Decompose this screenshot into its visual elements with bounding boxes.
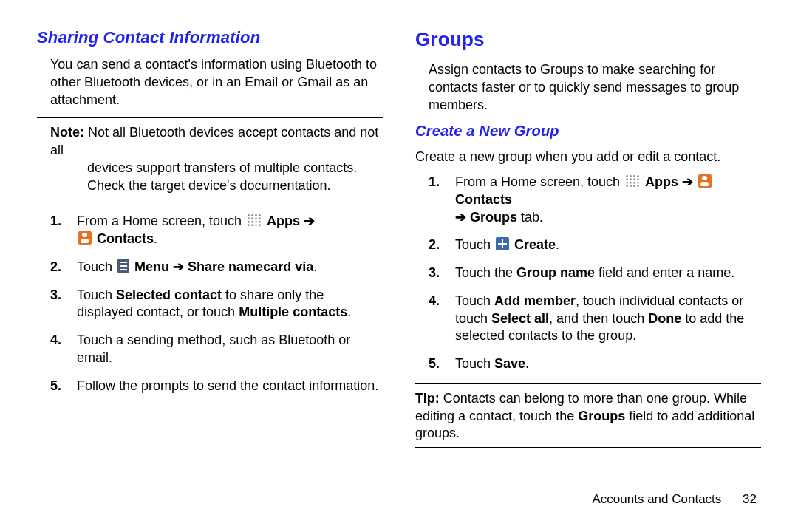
apps-label: Apps [645,174,678,189]
step-text: Touch the [455,265,516,280]
step-text: tab. [517,210,543,225]
step-text: Touch [455,237,494,252]
note-text-line2: devices support transfers of multiple co… [87,160,383,195]
footer-section: Accounts and Contacts [593,492,722,506]
tip-block: Tip: Contacts can belong to more than on… [415,390,761,443]
menu-icon [117,259,129,273]
step-text: field and enter a name. [595,265,734,280]
step-2: Touch Create. [429,236,761,254]
groups-field-label: Groups [578,409,625,423]
apps-grid-icon [247,214,262,227]
contacts-icon [698,174,712,188]
period: . [556,237,559,252]
step-text: Touch [455,356,494,371]
done-label: Done [648,311,681,326]
step-3: Touch Selected contact to share only the… [50,287,383,322]
contacts-label: Contacts [97,231,154,246]
divider [37,117,383,118]
right-column: Groups Assign contacts to Groups to make… [415,28,761,454]
step-1: From a Home screen, touch Apps ➔ Contact… [50,213,383,248]
step-text: Touch [77,287,116,302]
step-text: From a Home screen, touch [455,174,624,189]
period: . [347,304,351,319]
step-5: Follow the prompts to send the contact i… [50,378,383,395]
arrow-icon: ➔ [678,174,697,189]
divider [37,199,383,200]
create-label: Create [514,237,556,252]
share-namecard-label: Share namecard via [188,259,313,274]
group-name-label: Group name [516,265,595,280]
intro-paragraph: You can send a contact's information usi… [37,56,383,109]
period: . [313,259,317,274]
note-text-line1: Not all Bluetooth devices accept contact… [50,125,378,157]
steps-list-left: From a Home screen, touch Apps ➔ Contact… [37,213,383,395]
manual-page: Sharing Contact Information You can send… [0,0,798,454]
contacts-label: Contacts [455,192,512,207]
contacts-icon [78,231,92,245]
step-1: From a Home screen, touch Apps ➔ Contact… [429,174,761,226]
step-3: Touch the Group name field and enter a n… [429,265,761,282]
divider [415,447,761,448]
multiple-contacts-label: Multiple contacts [239,304,347,319]
period: . [154,231,157,246]
note-block: Note: Not all Bluetooth devices accept c… [37,124,383,194]
step-5: Touch Save. [429,355,761,373]
step-text: From a Home screen, touch [77,214,245,228]
step-text: , and then touch [549,311,648,326]
divider [415,383,761,384]
selected-contact-label: Selected contact [116,287,222,302]
step-2: Touch Menu ➔ Share namecard via. [50,259,383,276]
heading-create-new-group: Create a New Group [415,123,761,140]
page-number: 32 [743,492,757,506]
step-text: Touch [455,293,494,308]
plus-icon [496,237,509,250]
arrow-icon: ➔ [300,214,315,228]
select-all-label: Select all [491,311,549,326]
create-group-intro: Create a new group when you add or edit … [415,149,761,166]
apps-grid-icon [625,174,640,188]
period: . [525,356,529,371]
tip-label: Tip: [415,391,440,406]
save-label: Save [494,356,525,371]
menu-label: Menu [134,259,169,274]
arrow-icon: ➔ [169,259,188,274]
step-4: Touch Add member, touch individual conta… [429,293,761,345]
arrow-icon: ➔ [455,210,470,225]
add-member-label: Add member [494,293,576,308]
apps-label: Apps [267,214,300,228]
heading-groups: Groups [415,28,761,51]
steps-list-right: From a Home screen, touch Apps ➔ Contact… [415,174,761,373]
step-text: Touch [77,259,116,274]
left-column: Sharing Contact Information You can send… [37,28,383,454]
groups-intro: Assign contacts to Groups to make search… [415,61,761,114]
step-4: Touch a sending method, such as Bluetoot… [50,332,383,367]
page-footer: Accounts and Contacts 32 [593,492,757,507]
note-label: Note: [50,125,84,140]
groups-tab-label: Groups [470,210,517,225]
heading-sharing-contact-info: Sharing Contact Information [37,28,383,47]
